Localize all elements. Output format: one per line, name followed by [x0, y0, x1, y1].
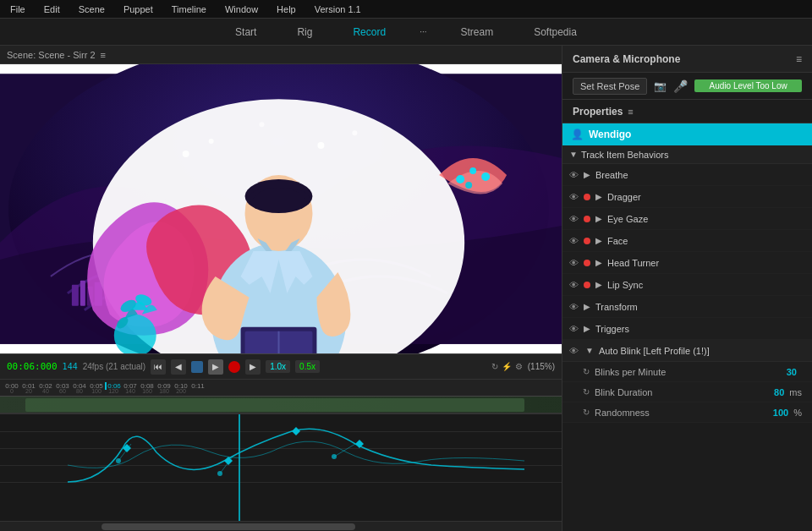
duration-value[interactable]: 80	[774, 387, 784, 397]
loop-icon[interactable]: ↻	[491, 362, 498, 371]
menu-version: Version 1.1	[311, 3, 365, 16]
record-dot	[584, 282, 590, 288]
randomness-label: Randomness	[595, 408, 768, 418]
svg-point-39	[332, 454, 337, 459]
param-cycle-icon[interactable]: ↻	[583, 367, 590, 376]
step-back-button[interactable]: ◀	[171, 359, 186, 375]
menu-scene[interactable]: Scene	[75, 3, 108, 16]
stop-button[interactable]	[191, 361, 203, 373]
track-list: 👤 Wendigo ▼ Track Item Behaviors 👁 ▶ Bre…	[562, 123, 812, 531]
sync-icon[interactable]: ⚡	[502, 362, 512, 371]
properties-menu-icon[interactable]: ≡	[628, 107, 633, 117]
track-triggers[interactable]: 👁 ▶ Triggers	[562, 318, 812, 340]
eye-icon[interactable]: 👁	[569, 346, 579, 356]
menu-timeline[interactable]: Timeline	[168, 3, 210, 16]
randomness-value[interactable]: 100	[773, 408, 788, 418]
section-title: Track Item Behaviors	[581, 150, 669, 160]
menu-help[interactable]: Help	[273, 3, 299, 16]
camera-icon: 📷	[654, 80, 667, 92]
puppet-item[interactable]: 👤 Wendigo	[562, 123, 812, 145]
camera-microphone-header: Camera & Microphone ≡	[562, 46, 812, 73]
randomness-row: ↻ Randomness 100 %	[562, 402, 812, 423]
scene-menu-icon[interactable]: ≡	[101, 50, 106, 60]
track-lip-sync[interactable]: 👁 ▶ Lip Sync	[562, 274, 812, 296]
nav-more-icon[interactable]: ···	[420, 27, 426, 36]
track-name: Face	[607, 236, 628, 246]
set-rest-pose-button[interactable]: Set Rest Pose	[573, 78, 647, 95]
scene-header: Scene: Scene - Sirr 2 ≡	[0, 46, 562, 64]
track-eye-gaze[interactable]: 👁 ▶ Eye Gaze	[562, 208, 812, 230]
properties-header: Properties ≡	[562, 100, 812, 123]
speed-label[interactable]: 1.0x	[266, 360, 290, 373]
eye-icon[interactable]: 👁	[569, 236, 579, 246]
duration-unit: ms	[789, 387, 802, 397]
nav-record[interactable]: Record	[346, 23, 392, 41]
puppet-name: Wendigo	[589, 129, 631, 140]
record-dot	[584, 260, 590, 266]
top-nav: Start Rig Record ··· Stream Softpedia	[0, 19, 812, 46]
track-expand-icon: ▶	[584, 302, 590, 311]
auto-blink-header[interactable]: 👁 ▼ Auto Blink [Left Profile (1!)]	[562, 340, 812, 362]
track-name: Lip Sync	[607, 280, 643, 290]
track-transform[interactable]: 👁 ▶ Transform	[562, 296, 812, 318]
track-expand-icon: ▶	[595, 214, 602, 223]
frame-count: 144	[63, 362, 78, 371]
eye-icon[interactable]: 👁	[569, 324, 579, 334]
timeline-scrollbar[interactable]	[0, 521, 562, 531]
track-expand-icon: ▶	[584, 324, 590, 333]
eye-icon[interactable]: 👁	[569, 170, 579, 180]
param-cycle-icon[interactable]: ↻	[583, 408, 590, 417]
track-expand-icon: ▶	[595, 236, 602, 245]
track-dragger[interactable]: 👁 ▶ Dragger	[562, 186, 812, 208]
svg-point-37	[217, 471, 222, 476]
track-name: Breathe	[595, 170, 628, 180]
svg-rect-8	[80, 281, 85, 306]
svg-point-26	[481, 172, 490, 181]
go-start-button[interactable]: ⏮	[151, 359, 166, 375]
nav-stream[interactable]: Stream	[453, 23, 500, 41]
blinks-per-minute-row: ↻ Blinks per Minute 30	[562, 362, 812, 382]
nav-softpedia[interactable]: Softpedia	[527, 23, 584, 41]
scene-illustration	[0, 64, 562, 353]
track-behaviors-section[interactable]: ▼ Track Item Behaviors	[562, 145, 812, 164]
settings-icon[interactable]: ⚙	[515, 362, 523, 371]
eye-icon[interactable]: 👁	[569, 214, 579, 224]
puppet-icon: 👤	[571, 129, 584, 140]
record-dot	[584, 194, 590, 200]
eye-icon[interactable]: 👁	[569, 192, 579, 202]
param-cycle-icon[interactable]: ↻	[583, 387, 590, 397]
audio-level-indicator: Audio Level Too Low	[694, 79, 802, 92]
track-expand-icon: ▶	[595, 258, 602, 267]
sync-controls: ↻ ⚡ ⚙	[491, 362, 523, 371]
timeline-ruler: 0:00 0:01 0:02 0:03 0:04 0:05 0:06 0:07 …	[0, 380, 562, 397]
blink-duration-row: ↻ Blink Duration 80 ms	[562, 382, 812, 402]
step-forward-button[interactable]: ▶	[245, 359, 261, 375]
camera-menu-icon[interactable]: ≡	[796, 53, 802, 65]
menu-puppet[interactable]: Puppet	[120, 3, 156, 16]
eye-icon[interactable]: 👁	[569, 280, 579, 290]
properties-title: Properties	[573, 106, 623, 118]
nav-rig[interactable]: Rig	[290, 23, 319, 41]
eye-icon[interactable]: 👁	[569, 302, 579, 312]
track-head-turner[interactable]: 👁 ▶ Head Turner	[562, 252, 812, 274]
track-expand-icon: ▶	[584, 170, 590, 179]
playhead	[239, 414, 240, 521]
play-button[interactable]: ▶	[208, 359, 223, 375]
nav-start[interactable]: Start	[228, 23, 263, 41]
track-face[interactable]: 👁 ▶ Face	[562, 230, 812, 252]
timeline-area: 00:06:000 144 24fps (21 actual) ⏮ ◀ ▶ ▶ …	[0, 353, 562, 531]
microphone-icon: 🎤	[673, 79, 688, 93]
eye-icon[interactable]: 👁	[569, 258, 579, 268]
menu-bar: File Edit Scene Puppet Timeline Window H…	[0, 0, 812, 19]
scrollbar-thumb[interactable]	[102, 523, 355, 530]
track-breathe[interactable]: 👁 ▶ Breathe	[562, 164, 812, 186]
speed2-label[interactable]: 0.5x	[295, 360, 320, 373]
blinks-value[interactable]: 30	[787, 367, 797, 377]
menu-file[interactable]: File	[7, 3, 29, 16]
keyframe-3[interactable]	[292, 427, 300, 435]
menu-window[interactable]: Window	[222, 3, 261, 16]
main-area: Scene: Scene - Sirr 2 ≡	[0, 46, 812, 531]
svg-point-35	[116, 458, 121, 463]
record-button[interactable]	[228, 361, 240, 373]
menu-edit[interactable]: Edit	[41, 3, 63, 16]
